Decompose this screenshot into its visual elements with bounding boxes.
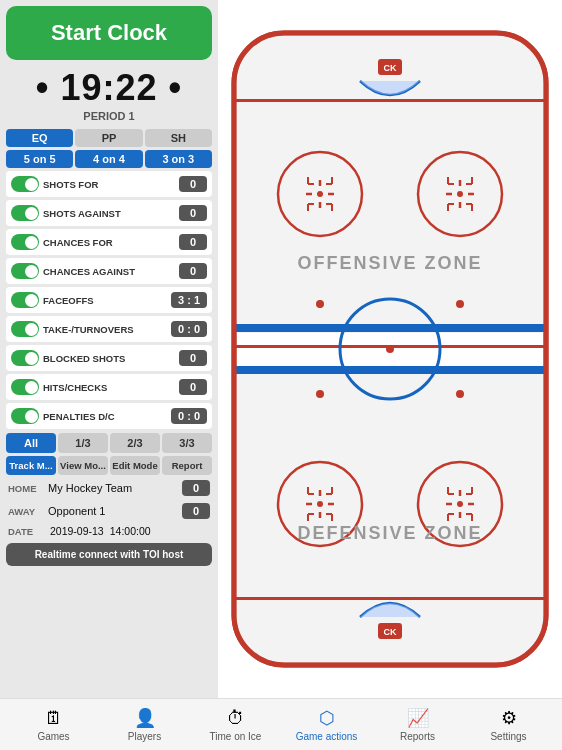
situation-values: 5 on 5 4 on 4 3 on 3 (6, 150, 212, 168)
period-tab-all[interactable]: All (6, 433, 56, 453)
svg-rect-3 (234, 33, 546, 333)
report-button[interactable]: Report (162, 456, 212, 475)
stat-value-shots-for: 0 (179, 176, 207, 192)
situation-tab-eq[interactable]: EQ (6, 129, 73, 147)
timer-dot-right: • (169, 67, 183, 108)
edit-mode-button[interactable]: Edit Mode (110, 456, 160, 475)
situation-val-4on4[interactable]: 4 on 4 (75, 150, 142, 168)
stat-row-chances-for: CHANCES FOR 0 (6, 229, 212, 255)
toggle-penalties[interactable] (11, 408, 39, 424)
stat-value-penalties: 0 : 0 (171, 408, 207, 424)
date-label: DATE (8, 526, 44, 537)
left-panel: Start Clock • 19:22 • PERIOD 1 EQ PP SH … (0, 0, 218, 698)
reports-icon: 📈 (407, 707, 429, 729)
toggle-hits[interactable] (11, 379, 39, 395)
toggle-blocked-shots[interactable] (11, 350, 39, 366)
toggle-shots-against[interactable] (11, 205, 39, 221)
track-mode-button[interactable]: Track M... (6, 456, 56, 475)
stat-value-chances-for: 0 (179, 234, 207, 250)
stat-row-shots-against: SHOTS AGAINST 0 (6, 200, 212, 226)
stat-label-faceoffs: FACEOFFS (43, 295, 167, 306)
stat-row-blocked-shots: BLOCKED SHOTS 0 (6, 345, 212, 371)
period-tab-3-3[interactable]: 3/3 (162, 433, 212, 453)
svg-text:DEFENSIVE ZONE: DEFENSIVE ZONE (297, 523, 482, 543)
players-icon: 👤 (134, 707, 156, 729)
svg-rect-11 (234, 597, 546, 600)
nav-game-actions[interactable]: ⬡ Game actions (281, 707, 372, 742)
svg-point-42 (316, 390, 324, 398)
toggle-chances-against[interactable] (11, 263, 39, 279)
view-mode-button[interactable]: View Mo... (58, 456, 108, 475)
stat-label-penalties: PENALTIES D/C (43, 411, 167, 422)
game-actions-icon: ⬡ (319, 707, 335, 729)
stat-value-faceoffs: 3 : 1 (171, 292, 207, 308)
toggle-shots-for[interactable] (11, 176, 39, 192)
stat-label-chances-for: CHANCES FOR (43, 237, 175, 248)
time-value: 14:00:00 (110, 525, 151, 537)
timer-dot-left: • (36, 67, 50, 108)
situation-val-3on3[interactable]: 3 on 3 (145, 150, 212, 168)
svg-text:CK: CK (384, 627, 397, 637)
nav-players[interactable]: 👤 Players (99, 707, 190, 742)
svg-point-41 (456, 300, 464, 308)
stat-row-shots-for: SHOTS FOR 0 (6, 171, 212, 197)
home-team-name: My Hockey Team (48, 482, 178, 494)
period-tabs: All 1/3 2/3 3/3 (6, 433, 212, 453)
home-score: 0 (182, 480, 210, 496)
start-clock-button[interactable]: Start Clock (6, 6, 212, 60)
timer-section: • 19:22 • PERIOD 1 (6, 63, 212, 124)
bottom-nav: 🗓 Games 👤 Players ⏱ Time on Ice ⬡ Game a… (0, 698, 562, 750)
svg-point-43 (456, 390, 464, 398)
svg-point-49 (317, 501, 323, 507)
situation-tab-pp[interactable]: PP (75, 129, 142, 147)
settings-icon: ⚙ (501, 707, 517, 729)
stat-value-shots-against: 0 (179, 205, 207, 221)
toggle-turnovers[interactable] (11, 321, 39, 337)
nav-settings[interactable]: ⚙ Settings (463, 707, 554, 742)
situation-val-5on5[interactable]: 5 on 5 (6, 150, 73, 168)
home-label: HOME (8, 483, 44, 494)
right-panel: CK CK OFFENSIVE ZONE DEFENSIVE ZONE (218, 0, 562, 698)
svg-point-40 (316, 300, 324, 308)
svg-point-9 (386, 345, 394, 353)
realtime-connect-button[interactable]: Realtime connect with TOI host (6, 543, 212, 566)
stat-row-faceoffs: FACEOFFS 3 : 1 (6, 287, 212, 313)
nav-games-label: Games (37, 731, 69, 742)
svg-point-17 (317, 191, 323, 197)
nav-time-on-ice[interactable]: ⏱ Time on Ice (190, 708, 281, 742)
period-tab-1-3[interactable]: 1/3 (58, 433, 108, 453)
nav-reports[interactable]: 📈 Reports (372, 707, 463, 742)
games-icon: 🗓 (45, 708, 63, 729)
svg-point-63 (457, 501, 463, 507)
stat-label-shots-against: SHOTS AGAINST (43, 208, 175, 219)
nav-players-label: Players (128, 731, 161, 742)
rink-container: CK CK OFFENSIVE ZONE DEFENSIVE ZONE (230, 29, 550, 669)
svg-rect-10 (234, 99, 546, 102)
svg-point-31 (457, 191, 463, 197)
stat-label-chances-against: CHANCES AGAINST (43, 266, 175, 277)
stat-row-chances-against: CHANCES AGAINST 0 (6, 258, 212, 284)
period-tab-2-3[interactable]: 2/3 (110, 433, 160, 453)
toggle-faceoffs[interactable] (11, 292, 39, 308)
situation-tab-sh[interactable]: SH (145, 129, 212, 147)
stat-value-turnovers: 0 : 0 (171, 321, 207, 337)
away-team-row: AWAY Opponent 1 0 (6, 501, 212, 521)
stat-value-hits: 0 (179, 379, 207, 395)
toggle-chances-for[interactable] (11, 234, 39, 250)
home-team-row: HOME My Hockey Team 0 (6, 478, 212, 498)
timer-value: 19:22 (60, 67, 157, 108)
stat-label-turnovers: TAKE-/TURNOVERS (43, 324, 167, 335)
svg-text:OFFENSIVE ZONE: OFFENSIVE ZONE (297, 253, 482, 273)
away-label: AWAY (8, 506, 44, 517)
svg-rect-5 (234, 324, 546, 332)
stat-row-hits: HITS/CHECKS 0 (6, 374, 212, 400)
stat-label-shots-for: SHOTS FOR (43, 179, 175, 190)
timer-display: • 19:22 • (6, 67, 212, 109)
nav-reports-label: Reports (400, 731, 435, 742)
situation-tabs: EQ PP SH (6, 129, 212, 147)
away-score: 0 (182, 503, 210, 519)
stat-value-blocked-shots: 0 (179, 350, 207, 366)
date-value: 2019-09-13 (50, 525, 104, 537)
rink-svg: CK CK OFFENSIVE ZONE DEFENSIVE ZONE (230, 29, 550, 669)
nav-games[interactable]: 🗓 Games (8, 708, 99, 742)
